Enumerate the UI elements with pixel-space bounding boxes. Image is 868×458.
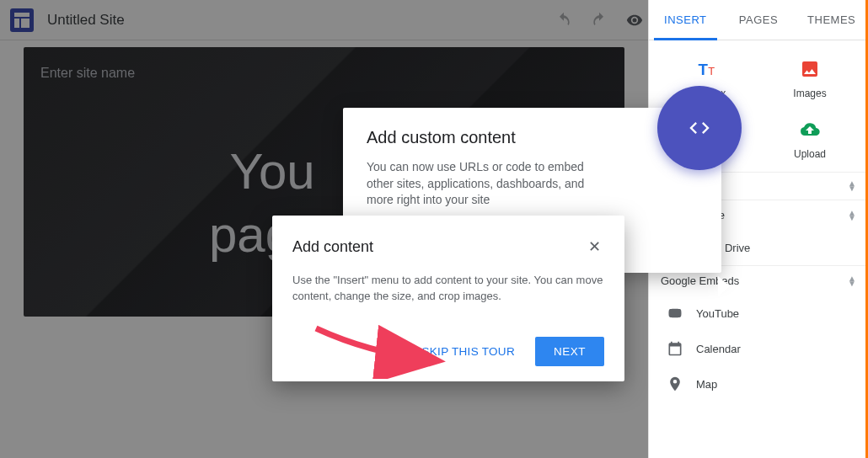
insert-images-label: Images [793,88,826,99]
skip-tour-button[interactable]: SKIP THIS TOUR [413,338,523,365]
item-youtube[interactable]: YouTube [649,296,868,331]
svg-text:T: T [699,61,709,78]
insert-images[interactable]: Images [758,52,861,104]
next-button[interactable]: NEXT [535,337,604,366]
tab-pages[interactable]: PAGES [722,0,796,40]
youtube-icon [666,304,684,322]
chevron-updown-icon: ▲▼ [848,181,856,191]
close-icon[interactable]: ✕ [585,234,604,259]
map-pin-icon [666,375,684,393]
embed-feature-badge [657,86,742,170]
side-tabs: INSERT PAGES THEMES [649,0,868,40]
popover-custom-title: Add custom content [367,128,698,147]
item-calendar-label: Calendar [696,343,741,355]
upload-icon [798,118,822,141]
tour-title: Add content [292,238,373,256]
chevron-updown-icon: ▲▼ [848,276,856,286]
svg-text:T: T [708,65,715,77]
popover-custom-body: You can now use URLs or code to embed ot… [367,159,611,209]
chevron-updown-icon: ▲▼ [848,210,856,221]
tour-body: Use the "Insert" menu to add content to … [292,273,604,305]
images-icon [798,57,822,81]
tab-insert[interactable]: INSERT [649,0,722,40]
insert-upload[interactable]: Upload [758,113,861,165]
insert-upload-label: Upload [794,148,826,160]
code-icon [688,116,711,140]
calendar-icon [666,339,684,358]
item-youtube-label: YouTube [696,307,739,320]
text-box-icon: TT [695,57,719,81]
item-map[interactable]: Map [649,366,868,402]
item-map-label: Map [696,378,717,391]
item-calendar[interactable]: Calendar [649,331,868,366]
tab-themes[interactable]: THEMES [795,0,868,40]
scrim-overlay-top [0,0,648,40]
popover-tour-add-content: Add content ✕ Use the "Insert" menu to a… [272,216,624,381]
